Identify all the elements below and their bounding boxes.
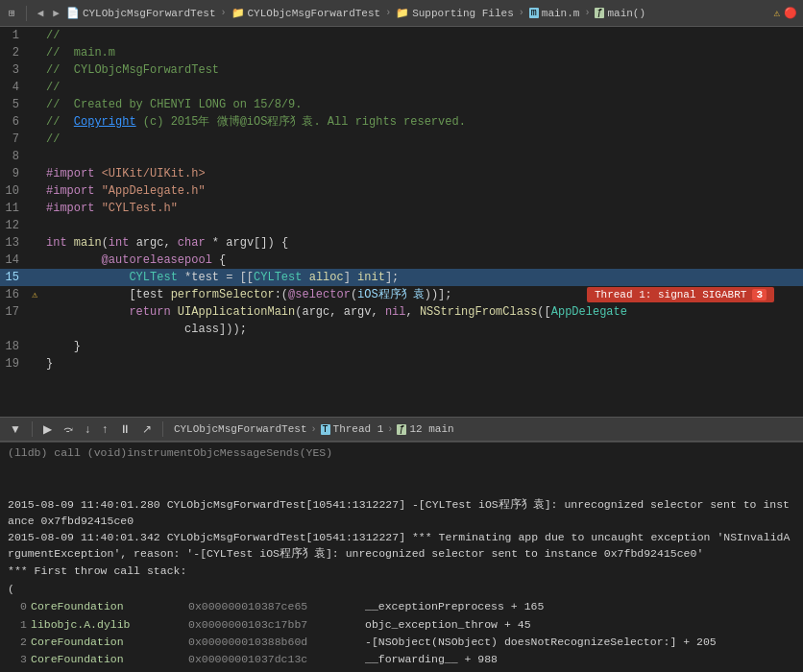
toolbar-chevron-2: › xyxy=(387,424,393,435)
stack-paren-open: ( xyxy=(8,581,14,598)
stack-frame-num: 3 xyxy=(8,651,27,668)
line-content: #import "AppDelegate.h" xyxy=(42,182,803,200)
code-line-7: 7 // xyxy=(0,131,803,148)
nav-warnings[interactable]: ⚠ 🔴 xyxy=(773,7,797,19)
line-number: 14 xyxy=(0,252,27,269)
line-content: #import "CYLTest.h" xyxy=(42,200,803,217)
console-output-line-4: *** First throw call stack: xyxy=(8,564,186,577)
line-gutter xyxy=(27,182,42,200)
breadcrumb-chevron-4: › xyxy=(584,8,590,18)
stack-frame-num: 0 xyxy=(8,598,27,615)
project-icon: 📄 xyxy=(66,7,80,19)
stack-frame-sym: __forwarding__ + 988 xyxy=(365,651,498,668)
code-line-17b: class])); xyxy=(0,321,803,338)
step-into-button[interactable]: ↓ xyxy=(81,421,94,437)
code-line-11: 11 #import "CYLTest.h" xyxy=(0,200,803,217)
code-line-8: 8 xyxy=(0,148,803,165)
stack-frame-addr: 0x0000000103c17bb7 xyxy=(188,616,361,634)
group-icon: 📁 xyxy=(231,7,245,19)
line-content: // Created by CHENYI LONG on 15/8/9. xyxy=(42,96,803,113)
line-gutter xyxy=(27,200,42,217)
line-gutter xyxy=(27,96,42,113)
line-number: 12 xyxy=(0,217,27,234)
line-content: int main(int argc, char * argv[]) { xyxy=(42,234,803,252)
line-content: class])); xyxy=(42,321,803,338)
stack-frame-lib: libobjc.A.dylib xyxy=(31,616,184,634)
console-output: 2015-08-09 11:40:01.280 CYLObjcMsgForwar… xyxy=(8,463,795,579)
stack-frame-addr: 0x000000010388b60d xyxy=(188,634,361,651)
line-gutter xyxy=(27,338,42,355)
line-gutter xyxy=(27,113,42,131)
line-content: // xyxy=(42,131,803,148)
debug-console[interactable]: (lldb) call (void)instrumentObjcMessageS… xyxy=(0,442,803,672)
nav-prev-button[interactable]: ◀ xyxy=(35,6,47,20)
nav-grid-icon[interactable]: ⊞ xyxy=(6,6,18,20)
pause-button[interactable]: ⏸ xyxy=(115,421,134,437)
step-over-button[interactable]: ⤼ xyxy=(60,421,77,437)
stack-row-open: ( xyxy=(8,581,795,598)
alert-icon: 🔴 xyxy=(784,7,797,19)
stack-trace: ( 0 CoreFoundation 0x000000010387ce65 __… xyxy=(8,581,795,672)
breadcrumb-file[interactable]: m main.m xyxy=(529,8,580,19)
thread-badge-count: 3 xyxy=(752,289,766,300)
step-out-button[interactable]: ↑ xyxy=(98,421,111,437)
line-number: 2 xyxy=(0,44,27,61)
supporting-icon: 📁 xyxy=(396,7,409,19)
line-content: // main.m xyxy=(42,44,803,61)
code-line-2: 2 // main.m xyxy=(0,44,803,61)
line-content: return UIApplicationMain(argc, argv, nil… xyxy=(42,303,803,321)
code-line-17: 17 return UIApplicationMain(argc, argv, … xyxy=(0,303,803,321)
breadcrumb-chevron-1: › xyxy=(221,8,227,18)
line-number: 3 xyxy=(0,61,27,79)
nav-next-button[interactable]: ▶ xyxy=(50,6,62,20)
line-gutter: ⚠ xyxy=(27,286,42,303)
nav-divider-1 xyxy=(26,6,27,21)
line-number: 9 xyxy=(0,165,27,182)
code-line-10: 10 #import "AppDelegate.h" xyxy=(0,182,803,200)
breadcrumb-project-label: CYLObjcMsgForwardTest xyxy=(83,8,216,19)
line-number: 4 xyxy=(0,79,27,96)
line-gutter xyxy=(27,165,42,182)
line-number: 1 xyxy=(0,27,27,44)
line-number: 15 xyxy=(0,269,27,286)
line-content: @autoreleasepool { xyxy=(42,252,803,269)
line-number: 6 xyxy=(0,113,27,131)
stack-frame-sym: -[NSObject(NSObject) doesNotRecognizeSel… xyxy=(365,634,717,651)
line-number: 16 xyxy=(0,286,27,303)
line-number: 5 xyxy=(0,96,27,113)
code-line-14: 14 @autoreleasepool { xyxy=(0,252,803,269)
code-line-3: 3 // CYLObjcMsgForwardTest xyxy=(0,61,803,79)
thread-badge-text: Thread 1: signal SIGABRT xyxy=(595,289,746,300)
line-gutter xyxy=(27,217,42,234)
top-nav-bar: ⊞ ◀ ▶ 📄 CYLObjcMsgForwardTest › 📁 CYLObj… xyxy=(0,0,803,27)
breadcrumb-group-label: CYLObjcMsgForwardTest xyxy=(248,8,381,19)
breadcrumb-func[interactable]: ƒ main() xyxy=(595,8,645,19)
breadcrumb-group[interactable]: 📁 CYLObjcMsgForwardTest xyxy=(231,7,381,19)
line-gutter xyxy=(27,252,42,269)
code-line-9: 9 #import <UIKit/UIKit.h> xyxy=(0,165,803,182)
line-number: 17 xyxy=(0,303,27,321)
breadcrumb-supporting[interactable]: 📁 Supporting Files xyxy=(396,7,514,19)
continue-button[interactable]: ▶ xyxy=(39,421,56,437)
share-button[interactable]: ↗ xyxy=(138,421,156,437)
line-gutter xyxy=(27,79,42,96)
breadcrumb-project[interactable]: 📄 CYLObjcMsgForwardTest xyxy=(66,7,216,19)
warning-icon: ⚠ xyxy=(773,7,780,19)
warning-gutter-icon: ⚠ xyxy=(32,289,37,300)
hide-console-button[interactable]: ▼ xyxy=(6,421,25,437)
debug-project-label: CYLObjcMsgForwardTest xyxy=(174,423,307,435)
stack-frame-num: 2 xyxy=(8,634,27,651)
line-number: 10 xyxy=(0,182,27,200)
line-content: CYLTest *test = [[CYLTest alloc] init]; xyxy=(42,269,803,286)
line-content: // xyxy=(42,79,803,96)
line-gutter xyxy=(27,131,42,148)
debug-frame-label: 12 main xyxy=(409,423,453,435)
breadcrumb-file-label: main.m xyxy=(542,8,580,19)
stack-frame-0: 0 CoreFoundation 0x000000010387ce65 __ex… xyxy=(8,598,795,615)
line-content: } xyxy=(42,355,803,372)
stack-frame-lib: CoreFoundation xyxy=(31,598,184,615)
code-line-6: 6 // Copyright (c) 2015年 微博@iOS程序犭袁. All… xyxy=(0,113,803,131)
line-number: 8 xyxy=(0,148,27,165)
toolbar-divider-2 xyxy=(162,421,163,437)
line-gutter xyxy=(27,303,42,321)
